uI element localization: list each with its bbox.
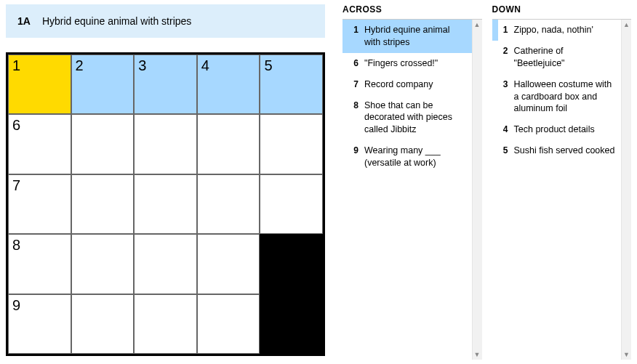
cell-number: 9: [12, 297, 20, 314]
grid-cell[interactable]: 9: [8, 294, 71, 354]
across-clues-column: ACROSS 1Hybrid equine animal with stripe…: [342, 4, 482, 360]
clue-number: 7: [348, 78, 364, 91]
grid-cell[interactable]: [197, 114, 260, 174]
across-heading: ACROSS: [342, 4, 482, 19]
scroll-down-icon[interactable]: ▼: [622, 349, 631, 360]
crossword-grid[interactable]: 123456789: [6, 52, 325, 356]
current-clue-label: 1A: [17, 15, 31, 27]
clue-text: Hybrid equine animal with stripes: [364, 24, 468, 49]
clue-text: Record company: [364, 78, 468, 91]
grid-cell[interactable]: [134, 114, 197, 174]
clue-number: 2: [498, 45, 514, 70]
clue-text: Catherine of "Beetlejuice": [514, 45, 617, 70]
grid-cell[interactable]: [71, 294, 135, 354]
grid-cell[interactable]: [197, 174, 260, 234]
across-clue-list-container: 1Hybrid equine animal with stripes6"Fing…: [342, 19, 482, 360]
grid-cell[interactable]: [260, 174, 323, 234]
left-column: 1A Hybrid equine animal with stripes 123…: [6, 4, 325, 360]
grid-cell[interactable]: [197, 234, 260, 294]
clue-text: Tech product details: [514, 124, 617, 136]
clue-number: 5: [498, 145, 514, 157]
scroll-down-icon[interactable]: ▼: [473, 349, 482, 360]
clue-item[interactable]: 6"Fingers crossed!": [342, 53, 472, 74]
cell-number: 5: [264, 57, 272, 74]
clue-text: Wearing many ___ (versatile at work): [364, 145, 468, 169]
cell-number: 4: [201, 57, 209, 74]
clue-text: Halloween costume with a cardboard box a…: [514, 78, 617, 116]
grid-cell[interactable]: [197, 294, 260, 354]
grid-cell[interactable]: 7: [8, 174, 71, 234]
clue-number: 6: [348, 57, 364, 70]
clue-text: Sushi fish served cooked: [514, 145, 617, 157]
across-scrollbar[interactable]: ▲ ▼: [472, 20, 482, 360]
clue-number: 1: [348, 24, 364, 49]
cell-number: 3: [138, 57, 146, 74]
grid-cell[interactable]: [134, 174, 197, 234]
clue-text: Zippo, nada, nothin': [514, 24, 617, 36]
clue-number: 3: [498, 78, 514, 116]
across-clue-list[interactable]: 1Hybrid equine animal with stripes6"Fing…: [342, 20, 472, 360]
clue-item[interactable]: 8Shoe that can be decorated with pieces …: [342, 95, 472, 141]
grid-cell[interactable]: [260, 114, 323, 174]
grid-cell-block: [260, 234, 323, 294]
clue-item[interactable]: 2Catherine of "Beetlejuice": [492, 41, 622, 74]
scroll-up-icon[interactable]: ▲: [622, 20, 631, 30]
grid-cell[interactable]: 8: [8, 234, 71, 294]
grid-cell[interactable]: 2: [71, 54, 135, 114]
cell-number: 1: [12, 57, 20, 74]
clue-text: Shoe that can be decorated with pieces c…: [364, 100, 468, 137]
crossword-layout: 1A Hybrid equine animal with stripes 123…: [0, 0, 637, 364]
grid-cell[interactable]: [71, 174, 135, 234]
clue-item[interactable]: 3Halloween costume with a cardboard box …: [492, 74, 622, 120]
grid-cell[interactable]: [71, 114, 135, 174]
grid-cell[interactable]: 4: [197, 54, 260, 114]
grid-cell-block: [260, 294, 323, 354]
cell-number: 2: [76, 57, 84, 74]
current-clue-bar[interactable]: 1A Hybrid equine animal with stripes: [6, 4, 325, 38]
grid-cell[interactable]: 5: [260, 54, 323, 114]
clue-item[interactable]: 5Sushi fish served cooked: [492, 140, 622, 161]
clue-number: 8: [348, 100, 364, 137]
down-clue-list-container: 1Zippo, nada, nothin'2Catherine of "Beet…: [492, 19, 632, 360]
clue-text: "Fingers crossed!": [364, 57, 468, 70]
clue-item[interactable]: 7Record company: [342, 74, 472, 95]
grid-cell[interactable]: [134, 294, 197, 354]
grid-cell[interactable]: 3: [134, 54, 197, 114]
clue-item[interactable]: 9Wearing many ___ (versatile at work): [342, 140, 472, 174]
current-clue-text: Hybrid equine animal with stripes: [42, 15, 191, 27]
cell-number: 8: [12, 237, 20, 254]
clue-item[interactable]: 4Tech product details: [492, 119, 622, 140]
clue-number: 1: [498, 24, 514, 36]
grid-cell[interactable]: [134, 234, 197, 294]
clue-item[interactable]: 1Hybrid equine animal with stripes: [342, 20, 472, 53]
down-heading: DOWN: [492, 4, 632, 19]
grid-cell[interactable]: 1: [8, 54, 71, 114]
cell-number: 7: [12, 177, 20, 194]
clue-item[interactable]: 1Zippo, nada, nothin': [492, 20, 622, 41]
cell-number: 6: [12, 117, 20, 134]
down-scrollbar[interactable]: ▲ ▼: [621, 20, 631, 360]
down-clues-column: DOWN 1Zippo, nada, nothin'2Catherine of …: [492, 4, 632, 360]
scroll-up-icon[interactable]: ▲: [473, 20, 482, 30]
clue-number: 4: [498, 124, 514, 136]
clue-number: 9: [348, 145, 364, 169]
grid-cell[interactable]: [71, 234, 135, 294]
grid-cell[interactable]: 6: [8, 114, 71, 174]
down-clue-list[interactable]: 1Zippo, nada, nothin'2Catherine of "Beet…: [492, 20, 622, 360]
